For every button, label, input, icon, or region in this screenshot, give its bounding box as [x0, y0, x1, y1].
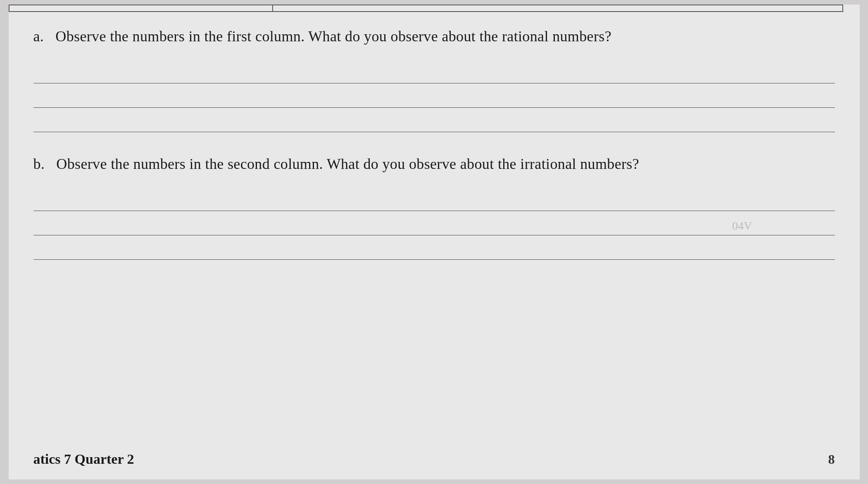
answer-line: [33, 237, 835, 260]
answer-line: [33, 61, 835, 83]
question-b: b. Observe the numbers in the second col…: [33, 153, 835, 260]
question-b-body: Observe the numbers in the second column…: [56, 156, 639, 172]
question-a-label: a.: [33, 28, 44, 45]
question-a-answer-lines: [33, 61, 835, 132]
footer-page-number: 8: [828, 452, 835, 467]
footer-page: 8: [828, 452, 835, 467]
watermark-text: 04V: [732, 219, 752, 233]
answer-line: [33, 85, 835, 108]
question-a-body: Observe the numbers in the first column.…: [55, 28, 611, 45]
content: a. Observe the numbers in the first colu…: [33, 25, 835, 260]
footer-subject: atics 7 Quarter 2: [33, 451, 134, 467]
question-b-answer-lines: 04V: [33, 188, 835, 260]
footer: atics 7 Quarter 2 8: [33, 451, 835, 467]
page: a. Observe the numbers in the first colu…: [9, 5, 860, 479]
answer-line: 04V: [33, 213, 835, 235]
question-a-text: a. Observe the numbers in the first colu…: [33, 25, 835, 48]
question-a: a. Observe the numbers in the first colu…: [33, 25, 835, 132]
question-b-text: b. Observe the numbers in the second col…: [33, 153, 835, 176]
top-border: [9, 5, 843, 12]
question-b-label: b.: [33, 156, 45, 172]
answer-line: [33, 188, 835, 211]
top-col2: [273, 5, 843, 11]
answer-line: [33, 109, 835, 132]
top-col1: [9, 5, 273, 11]
